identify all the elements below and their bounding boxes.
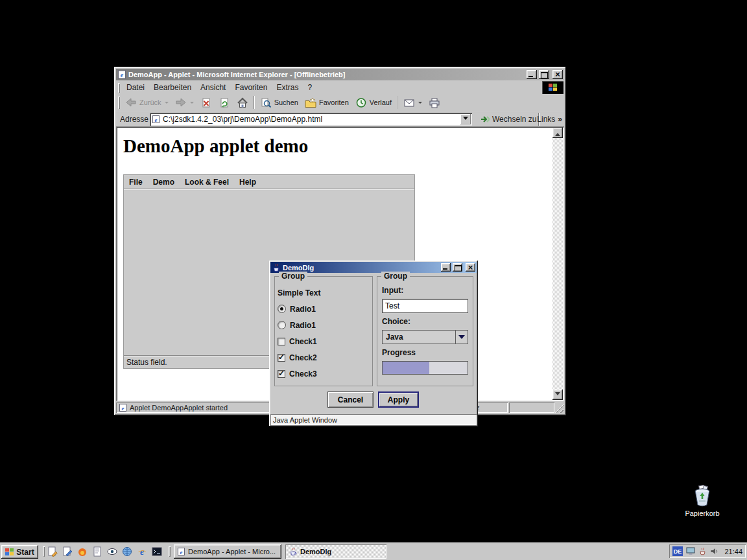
minimize-button[interactable]	[441, 263, 451, 272]
refresh-button[interactable]	[215, 95, 233, 110]
system-tray: DE 21:44	[669, 544, 746, 558]
java-applet-warning-banner: Java Applet Window	[270, 414, 477, 425]
menu-bearbeiten[interactable]: Bearbeiten	[149, 81, 196, 94]
start-label: Start	[16, 548, 34, 557]
maximize-button[interactable]	[453, 263, 462, 272]
choice-label: Choice:	[382, 317, 468, 330]
quick-launch-document-pen-icon[interactable]	[46, 545, 59, 558]
checkbox-icon[interactable]	[278, 338, 285, 345]
right-group-title: Group	[381, 272, 410, 281]
ie-toolbar: Zurück Suchen Favoriten	[116, 94, 564, 111]
vertical-scrollbar[interactable]	[552, 128, 563, 400]
minimize-button[interactable]	[527, 70, 537, 79]
input-field[interactable]	[382, 299, 468, 313]
history-clock-icon	[355, 97, 367, 108]
taskbar-grip[interactable]	[169, 546, 171, 557]
cancel-button[interactable]: Cancel	[327, 391, 374, 408]
ie-titlebar[interactable]: e DemoApp - Applet - Microsoft Internet …	[116, 69, 564, 80]
start-button[interactable]: Start	[1, 545, 38, 559]
radio-row-2[interactable]: Radio1	[275, 317, 372, 333]
quick-launch-ie-icon[interactable]: e	[136, 545, 148, 558]
svg-text:e: e	[140, 547, 144, 557]
radio-row-1[interactable]: Radio1	[275, 301, 372, 317]
check-row-3[interactable]: Check3	[275, 366, 372, 382]
home-button[interactable]	[233, 95, 252, 110]
applet-menu-lookandfeel[interactable]: Look & Feel	[180, 176, 234, 189]
address-input[interactable]: e C:\j2sdk1.4.2_03\prj\DemoApp\DemoApp.h…	[150, 113, 472, 126]
applet-menu-file[interactable]: File	[124, 176, 148, 189]
refresh-icon	[219, 97, 230, 108]
menubar-grip[interactable]	[118, 83, 120, 93]
checkbox-icon[interactable]	[278, 370, 285, 378]
menu-datei[interactable]: Datei	[122, 81, 149, 94]
resize-grip[interactable]	[554, 404, 563, 413]
applet-menu-demo[interactable]: Demo	[148, 176, 180, 189]
forward-button[interactable]	[172, 95, 197, 110]
quick-launch-globe-icon[interactable]	[121, 545, 134, 558]
history-button[interactable]: Verlauf	[352, 95, 395, 110]
choice-combobox[interactable]: Java	[382, 330, 468, 344]
scroll-up-button[interactable]	[552, 128, 563, 138]
quick-launch-eye-icon[interactable]	[106, 545, 119, 558]
address-value: C:\j2sdk1.4.2_03\prj\DemoApp\DemoApp.htm…	[163, 115, 322, 124]
taskbar-clock[interactable]: 21:44	[724, 548, 742, 555]
windows-flag-icon	[549, 84, 558, 91]
close-button[interactable]	[552, 70, 563, 79]
close-button[interactable]	[466, 263, 475, 272]
progress-bar	[382, 361, 468, 375]
checkbox-label: Check1	[289, 337, 317, 346]
radio-button-icon[interactable]	[278, 321, 286, 329]
quick-launch-fire-icon[interactable]	[76, 545, 89, 558]
tray-display-icon[interactable]	[686, 547, 695, 555]
stop-button[interactable]	[197, 95, 215, 110]
combo-arrow-button[interactable]	[455, 331, 468, 344]
check-row-1[interactable]: Check1	[275, 333, 372, 349]
links-chevron-icon[interactable]: »	[558, 115, 562, 124]
recycle-bin-icon[interactable]: Papierkorb	[680, 485, 725, 517]
print-button[interactable]	[425, 95, 444, 110]
right-group-box: Group Input: Choice: Java Progress	[377, 276, 473, 386]
task-button-demodlg[interactable]: DemoDlg	[285, 544, 386, 559]
menu-ansicht[interactable]: Ansicht	[196, 81, 230, 94]
apply-button[interactable]: Apply	[378, 391, 419, 408]
progress-label: Progress	[382, 348, 468, 361]
quick-launch-compose-icon[interactable]	[61, 545, 74, 558]
taskbar-grip[interactable]	[43, 546, 45, 557]
go-button[interactable]: Wechseln zu	[477, 112, 540, 126]
simple-text-row: Simple Text	[275, 285, 372, 301]
tray-volume-icon[interactable]	[710, 547, 718, 555]
trash-can-icon	[691, 485, 713, 508]
tray-java-cup-icon[interactable]	[698, 547, 707, 555]
recycle-bin-label: Papierkorb	[680, 509, 725, 517]
keyboard-language-indicator[interactable]: DE	[672, 546, 683, 556]
menu-favoriten[interactable]: Favoriten	[230, 81, 272, 94]
applet-menu-help[interactable]: Help	[234, 176, 261, 189]
menu-hilfe[interactable]: ?	[303, 81, 316, 94]
warning-text: Java Applet Window	[270, 416, 337, 424]
search-button[interactable]: Suchen	[257, 95, 302, 110]
quick-launch-terminal-icon[interactable]	[150, 545, 163, 558]
radio-button-icon[interactable]	[278, 305, 286, 313]
favorites-button[interactable]: Favoriten	[302, 95, 352, 110]
check-row-2[interactable]: Check2	[275, 349, 372, 366]
quick-launch-text-file-icon[interactable]	[91, 545, 104, 558]
dropdown-arrow-icon	[463, 117, 468, 122]
combo-arrow-icon	[458, 335, 465, 339]
scroll-down-button[interactable]	[552, 390, 563, 400]
forward-arrow-icon	[175, 97, 187, 108]
toolbar-grip[interactable]	[118, 97, 120, 109]
address-label: Adresse	[116, 115, 152, 124]
mail-button[interactable]	[400, 95, 425, 110]
applet-menubar: File Demo Look & Feel Help	[124, 175, 414, 189]
task-button-demoapp[interactable]: e DemoApp - Applet - Micro...	[174, 544, 281, 559]
ie-page-icon: e	[177, 547, 185, 556]
address-dropdown-button[interactable]	[460, 114, 471, 124]
radio-label: Radio1	[290, 305, 316, 314]
svg-text:e: e	[180, 549, 183, 555]
simple-text-label: Simple Text	[278, 288, 320, 298]
menu-extras[interactable]: Extras	[272, 81, 303, 94]
links-bar[interactable]: Links »	[537, 112, 562, 126]
maximize-button[interactable]	[539, 70, 549, 79]
checkbox-icon[interactable]	[278, 354, 285, 362]
back-button[interactable]: Zurück	[122, 95, 172, 110]
